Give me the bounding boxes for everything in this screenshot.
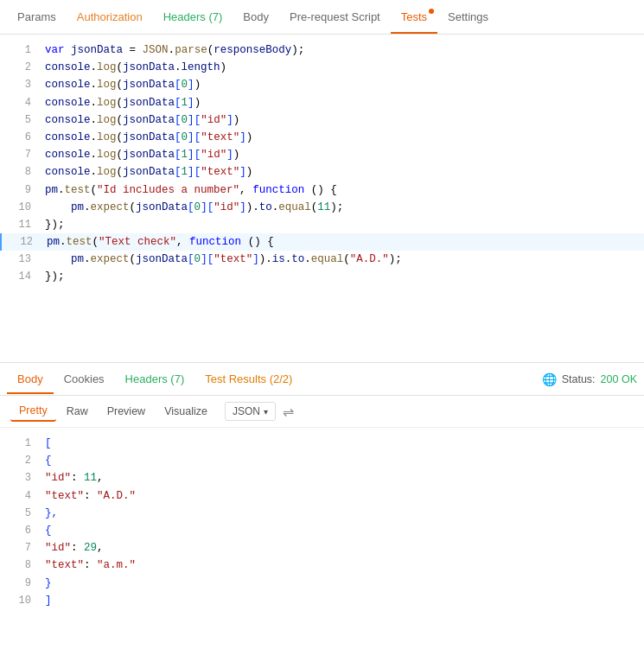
json-line-5: 5 },	[0, 505, 644, 522]
fmt-pretty-button[interactable]: Pretty	[10, 401, 56, 422]
status-value: 200 OK	[601, 373, 637, 385]
code-line-9: 9 pm.test("Id includes a number", functi…	[0, 181, 644, 199]
resp-tab-body[interactable]: Body	[7, 366, 54, 394]
tab-authorization[interactable]: Authorization	[67, 2, 153, 34]
resp-tab-test-results[interactable]: Test Results (2/2)	[194, 366, 303, 394]
json-line-3: 3 "id": 11,	[0, 469, 644, 487]
chevron-down-icon: ▾	[264, 407, 268, 417]
tab-headers[interactable]: Headers (7)	[153, 2, 233, 34]
json-line-4: 4 "text": "A.D."	[0, 487, 644, 505]
code-line-5: 5 console.log(jsonData[0]["id"])	[0, 111, 644, 129]
tab-body[interactable]: Body	[233, 2, 279, 34]
response-tab-bar: Body Cookies Headers (7) Test Results (2…	[0, 363, 644, 396]
json-line-8: 8 "text": "a.m."	[0, 557, 644, 574]
tab-tests[interactable]: Tests	[391, 2, 437, 34]
format-bar: Pretty Raw Preview Visualize JSON ▾ ⇌	[0, 396, 644, 428]
resp-tab-headers[interactable]: Headers (7)	[115, 366, 195, 394]
status-label: Status:	[562, 373, 596, 385]
code-line-8: 8 console.log(jsonData[1]["text"])	[0, 163, 644, 181]
tab-settings[interactable]: Settings	[437, 2, 499, 34]
fmt-raw-button[interactable]: Raw	[58, 402, 97, 421]
code-editor: 1 var jsonData = JSON.parse(responseBody…	[0, 35, 644, 363]
code-line-11: 11 });	[0, 216, 644, 233]
code-line-2: 2 console.log(jsonData.length)	[0, 59, 644, 76]
json-line-1: 1 [	[0, 435, 644, 452]
code-line-12: 12 pm.test("Text check", function () {	[0, 233, 644, 251]
json-line-9: 9 }	[0, 575, 644, 592]
json-line-7: 7 "id": 29,	[0, 539, 644, 557]
code-line-13: 13 pm.expect(jsonData[0]["text"]).is.to.…	[0, 251, 644, 268]
globe-icon: 🌐	[542, 372, 557, 386]
json-response-editor: 1 [ 2 { 3 "id": 11, 4 "text": "A.D." 5 }…	[0, 428, 644, 616]
json-select-label: JSON	[233, 405, 260, 417]
tab-params[interactable]: Params	[7, 2, 67, 34]
fmt-preview-button[interactable]: Preview	[99, 402, 154, 421]
active-dot	[429, 9, 434, 14]
code-line-3: 3 console.log(jsonData[0])	[0, 76, 644, 93]
code-line-4: 4 console.log(jsonData[1])	[0, 94, 644, 111]
tab-pre-request[interactable]: Pre-request Script	[279, 2, 391, 34]
code-line-1: 1 var jsonData = JSON.parse(responseBody…	[0, 41, 644, 59]
status-area: 🌐 Status: 200 OK	[542, 372, 637, 386]
code-line-14: 14 });	[0, 268, 644, 285]
resp-tab-cookies[interactable]: Cookies	[54, 366, 115, 394]
json-line-2: 2 {	[0, 452, 644, 469]
filter-icon[interactable]: ⇌	[283, 404, 294, 420]
json-line-6: 6 {	[0, 522, 644, 539]
top-tab-bar: Params Authorization Headers (7) Body Pr…	[0, 0, 644, 35]
json-format-select[interactable]: JSON ▾	[225, 402, 276, 421]
fmt-visualize-button[interactable]: Visualize	[156, 402, 216, 421]
json-line-10: 10 ]	[0, 592, 644, 609]
code-line-10: 10 pm.expect(jsonData[0]["id"]).to.equal…	[0, 199, 644, 216]
code-line-6: 6 console.log(jsonData[0]["text"])	[0, 129, 644, 146]
code-line-7: 7 console.log(jsonData[1]["id"])	[0, 146, 644, 163]
response-section: Body Cookies Headers (7) Test Results (2…	[0, 363, 644, 616]
